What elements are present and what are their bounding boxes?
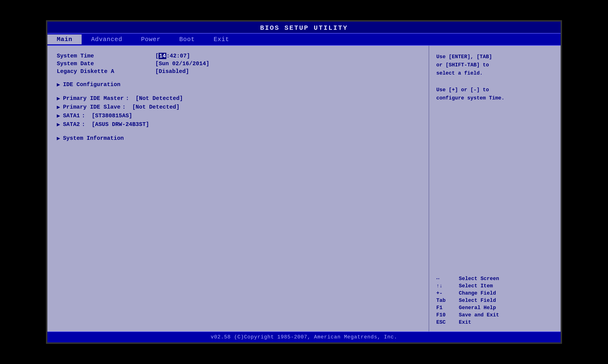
nav-advanced[interactable]: Advanced (82, 35, 132, 44)
system-time-label: System Time (57, 53, 151, 59)
key-change-field: Change Field (459, 290, 496, 296)
help-line-6: configure system Time. (436, 94, 554, 102)
key-esc: ESC (436, 319, 455, 325)
footer: v02.58 (C)Copyright 1985-2007, American … (47, 331, 561, 342)
key-exit: Exit (459, 319, 471, 325)
key-general-help: General Help (459, 305, 496, 311)
system-date-value[interactable]: [Sun 02/16/2014] (155, 61, 209, 67)
system-info-label: System Information (63, 135, 124, 142)
help-text: Use [ENTER], [TAB] or [SHIFT-TAB] to sel… (436, 53, 554, 102)
sata2-colon: : (82, 121, 85, 128)
key-f10: F10 (436, 312, 455, 318)
system-time-row: System Time [14:42:07] (57, 53, 422, 59)
legacy-diskette-row: Legacy Diskette A [Disabled] (57, 68, 422, 75)
nav-power[interactable]: Power (132, 35, 170, 44)
bios-screen: BIOS SETUP UTILITY Main Advanced Power B… (46, 20, 562, 344)
sata1-label: SATA1 (63, 113, 80, 119)
key-select-item: Select Item (459, 283, 493, 289)
key-tab: Tab (436, 298, 455, 303)
primary-ide-slave-item[interactable]: ▶ Primary IDE Slave : [Not Detected] (57, 104, 422, 110)
sata1-value: [ST380815AS] (92, 113, 132, 119)
time-hour[interactable]: 14 (159, 53, 166, 59)
primary-ide-slave-value: [Not Detected] (132, 104, 180, 110)
system-info-arrow: ▶ (57, 135, 60, 142)
help-line-3: select a field. (436, 69, 554, 78)
bios-title: BIOS SETUP UTILITY (47, 22, 561, 33)
key-row-3: Tab Select Field (436, 298, 554, 303)
key-row-4: F1 General Help (436, 305, 554, 311)
sata2-label: SATA2 (63, 121, 80, 128)
system-date-label: System Date (57, 61, 151, 67)
key-divider (436, 107, 554, 276)
key-arrows-lr: ↔ (436, 276, 455, 282)
ide-config-item[interactable]: ▶ IDE Configuration (57, 81, 422, 88)
key-plus-minus: +- (436, 290, 455, 296)
nav-main[interactable]: Main (47, 35, 82, 44)
right-panel: Use [ENTER], [TAB] or [SHIFT-TAB] to sel… (429, 46, 561, 331)
key-bindings: ↔ Select Screen ↑↓ Select Item +- Change… (436, 276, 554, 327)
key-select-screen: Select Screen (459, 276, 499, 282)
primary-ide-master-colon: : (126, 95, 129, 102)
nav-bar[interactable]: Main Advanced Power Boot Exit (47, 33, 561, 46)
key-row-2: +- Change Field (436, 290, 554, 296)
sata1-item[interactable]: ▶ SATA1 : [ST380815AS] (57, 112, 422, 119)
sata2-arrow: ▶ (57, 121, 60, 128)
help-line-1: Use [ENTER], [TAB] (436, 53, 554, 61)
sata2-item[interactable]: ▶ SATA2 : [ASUS DRW-24B3ST] (57, 121, 422, 128)
key-row-1: ↑↓ Select Item (436, 283, 554, 289)
key-select-field: Select Field (459, 298, 496, 303)
legacy-diskette-value[interactable]: [Disabled] (155, 68, 189, 75)
key-save-exit: Save and Exit (459, 312, 499, 318)
primary-ide-master-item[interactable]: ▶ Primary IDE Master : [Not Detected] (57, 95, 422, 102)
key-row-5: F10 Save and Exit (436, 312, 554, 318)
footer-text: v02.58 (C)Copyright 1985-2007, American … (211, 334, 397, 340)
help-line-2: or [SHIFT-TAB] to (436, 61, 554, 69)
primary-ide-master-arrow: ▶ (57, 95, 60, 102)
nav-boot[interactable]: Boot (170, 35, 204, 44)
primary-ide-slave-colon: : (122, 104, 126, 110)
primary-ide-slave-label: Primary IDE Slave (63, 104, 120, 110)
key-arrows-ud: ↑↓ (436, 283, 455, 289)
system-time-value[interactable]: [14:42:07] (155, 53, 190, 59)
system-date-row: System Date [Sun 02/16/2014] (57, 61, 422, 67)
nav-exit[interactable]: Exit (204, 35, 239, 44)
legacy-diskette-label: Legacy Diskette A (57, 68, 151, 75)
sata1-arrow: ▶ (57, 112, 60, 119)
help-line-5: Use [+] or [-] to (436, 86, 554, 94)
primary-ide-master-value: [Not Detected] (136, 95, 183, 102)
primary-ide-slave-arrow: ▶ (57, 104, 60, 110)
sata1-colon: : (82, 113, 85, 119)
key-row-6: ESC Exit (436, 319, 554, 325)
title-text: BIOS SETUP UTILITY (260, 24, 348, 32)
sata2-value: [ASUS DRW-24B3ST] (92, 121, 149, 128)
system-info-item[interactable]: ▶ System Information (57, 135, 422, 142)
key-f1: F1 (436, 305, 455, 311)
ide-config-arrow: ▶ (57, 81, 60, 88)
left-panel: System Time [14:42:07] System Date [Sun … (47, 46, 429, 331)
primary-ide-master-label: Primary IDE Master (63, 95, 124, 102)
key-row-0: ↔ Select Screen (436, 276, 554, 282)
ide-config-label: IDE Configuration (63, 81, 120, 88)
content-area: System Time [14:42:07] System Date [Sun … (47, 46, 561, 331)
